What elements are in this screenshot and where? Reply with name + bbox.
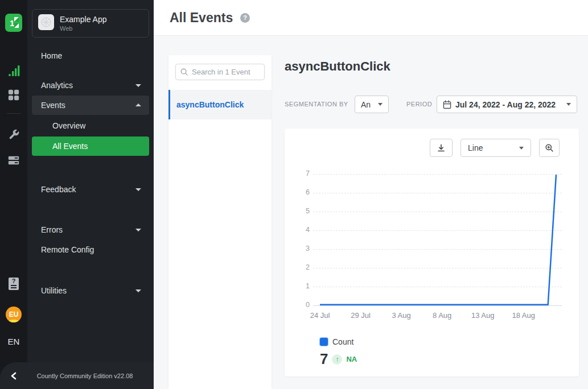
controls-row: SEGMENTATION BY An PERIOD Jul 24, 2022 -…	[285, 96, 579, 113]
search-input[interactable]	[175, 64, 265, 80]
sidebar-item-home[interactable]: Home	[27, 46, 154, 65]
legend-label: Count	[332, 337, 353, 346]
segmentation-label: SEGMENTATION BY	[285, 101, 348, 107]
chevron-down-icon	[135, 84, 141, 87]
data-manager-icon[interactable]	[0, 154, 27, 167]
search-box	[175, 64, 265, 80]
chevron-up-icon	[135, 104, 141, 106]
countly-logo-icon[interactable]: 1	[5, 14, 22, 34]
report-manager-icon[interactable]: ?	[0, 277, 27, 291]
svg-text:1: 1	[10, 18, 14, 28]
page-header: All Events ?	[154, 0, 588, 36]
collapse-sidebar-icon[interactable]	[0, 372, 27, 380]
segmentation-dropdown[interactable]: An	[355, 96, 389, 113]
dashboards-icon[interactable]	[0, 89, 27, 101]
event-list-item[interactable]: asyncButtonClick	[168, 90, 272, 119]
app-icon	[38, 14, 54, 32]
period-label: PERIOD	[406, 101, 432, 107]
magnifier-plus-icon	[545, 143, 554, 152]
series-total-row: 7 ↑ NA	[320, 350, 357, 368]
language-selector[interactable]: EN	[0, 337, 27, 346]
icon-rail: 1	[0, 0, 27, 389]
chevron-down-icon	[135, 229, 141, 231]
download-icon	[437, 143, 446, 152]
chart-toolbar: Line	[430, 139, 560, 157]
countly-dashboard: 1	[0, 0, 588, 389]
events-list-panel: asyncButtonClick	[168, 55, 272, 389]
chevron-down-icon	[519, 147, 524, 150]
chart-card: Line 0123456724 Jul29 Jul3 Aug8 Aug13 Au…	[285, 129, 579, 376]
user-avatar[interactable]: EU	[6, 307, 22, 322]
svg-text:?: ?	[12, 278, 16, 284]
app-selector[interactable]: Example App Web	[32, 9, 149, 38]
event-detail-title: asyncButtonClick	[285, 59, 390, 74]
chart-plot[interactable]: 0123456724 Jul29 Jul3 Aug8 Aug13 Aug18 A…	[313, 174, 562, 305]
sidebar-item-remote-config[interactable]: Remote Config	[27, 240, 154, 259]
chart-type-select[interactable]: Line	[460, 139, 531, 157]
zoom-button[interactable]	[539, 139, 560, 157]
page-title: All Events	[170, 10, 233, 26]
sidebar-item-errors[interactable]: Errors	[27, 220, 154, 239]
sidebar-item-all-events[interactable]: All Events	[32, 136, 149, 156]
rail-divider	[7, 113, 20, 114]
legend-checkbox-icon[interactable]	[320, 338, 328, 346]
trend-change: NA	[346, 355, 357, 363]
chevron-down-icon	[378, 103, 383, 106]
search-icon	[180, 68, 188, 76]
legend-item-count[interactable]: Count	[320, 337, 353, 346]
calendar-icon	[443, 100, 451, 109]
sidebar-item-utilities[interactable]: Utilities	[27, 281, 154, 300]
app-type: Web	[60, 25, 107, 32]
app-name: Example App	[60, 15, 107, 24]
sidebar-nav: Example App Web Home Analytics Events Ov…	[27, 0, 154, 389]
chevron-down-icon	[566, 103, 571, 106]
version-label: Countly Community Edition v22.08	[27, 373, 154, 379]
series-total: 7	[320, 350, 328, 368]
wrench-icon[interactable]	[0, 129, 27, 140]
sidebar-item-analytics[interactable]: Analytics	[27, 76, 154, 95]
trend-up-icon: ↑	[332, 354, 342, 365]
main-content: All Events ? asyncButtonClick asyncButto…	[154, 0, 588, 389]
sidebar-item-overview[interactable]: Overview	[27, 116, 154, 135]
sidebar-item-events[interactable]: Events	[32, 96, 149, 115]
period-dropdown[interactable]: Jul 24, 2022 - Aug 22, 2022	[437, 96, 577, 113]
chevron-down-icon	[135, 188, 141, 191]
help-icon[interactable]: ?	[240, 13, 250, 23]
chevron-down-icon	[135, 289, 141, 292]
analytics-icon[interactable]	[0, 64, 27, 77]
download-button[interactable]	[430, 139, 453, 157]
sidebar-item-feedback[interactable]: Feedback	[27, 180, 154, 199]
sidebar-footer: Countly Community Edition v22.08	[0, 362, 154, 389]
